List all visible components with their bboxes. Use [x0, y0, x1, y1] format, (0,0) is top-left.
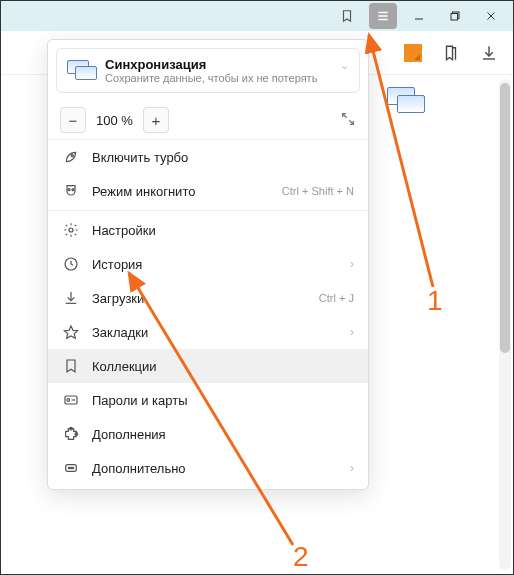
app-icon[interactable]	[403, 43, 423, 63]
menu-item-addons[interactable]: Дополнения	[48, 417, 368, 451]
shortcut-label: Ctrl + J	[319, 292, 354, 304]
menu-label: Режим инкогнито	[92, 184, 270, 199]
chevron-right-icon: ›	[350, 461, 354, 475]
menu-label: Дополнения	[92, 427, 354, 442]
svg-point-14	[72, 189, 74, 191]
svg-marker-19	[64, 326, 77, 338]
zoom-out-button[interactable]: −	[60, 107, 86, 133]
download-icon	[62, 289, 80, 307]
menu-item-more[interactable]: Дополнительно ›	[48, 451, 368, 485]
menu-label: Дополнительно	[92, 461, 338, 476]
menu-label: Настройки	[92, 223, 354, 238]
sync-subtitle: Сохраните данные, чтобы их не потерять	[105, 72, 317, 84]
svg-point-27	[70, 467, 71, 468]
menu-item-passwords[interactable]: Пароли и карты	[48, 383, 368, 417]
annotation-number-2: 2	[293, 541, 309, 573]
sync-icon	[67, 60, 95, 82]
zoom-value: 100 %	[86, 113, 143, 128]
rocket-icon	[62, 148, 80, 166]
menu-label: История	[92, 257, 338, 272]
menu-item-turbo[interactable]: Включить турбо	[48, 140, 368, 174]
maximize-button[interactable]	[441, 3, 469, 29]
svg-point-26	[68, 467, 69, 468]
window-titlebar	[1, 1, 513, 31]
flag-icon	[62, 357, 80, 375]
menu-item-downloads[interactable]: Загрузки Ctrl + J	[48, 281, 368, 315]
menu-label: Включить турбо	[92, 150, 354, 165]
menu-label: Коллекции	[92, 359, 354, 374]
annotation-number-1: 1	[427, 285, 443, 317]
svg-point-15	[69, 228, 73, 232]
close-button[interactable]	[477, 3, 505, 29]
sync-illustration-icon	[387, 87, 423, 115]
menu-label: Закладки	[92, 325, 338, 340]
menu-label: Пароли и карты	[92, 393, 354, 408]
star-icon	[62, 323, 80, 341]
scrollbar[interactable]	[499, 79, 511, 570]
menu-item-history[interactable]: История ›	[48, 247, 368, 281]
svg-rect-5	[451, 14, 458, 21]
scrollbar-thumb[interactable]	[500, 83, 510, 353]
sync-card[interactable]: Синхронизация Сохраните данные, чтобы их…	[56, 48, 360, 93]
chevron-down-icon: ⌄	[340, 59, 349, 72]
dots-icon	[62, 459, 80, 477]
svg-point-12	[71, 155, 73, 157]
menu-item-bookmarks[interactable]: Закладки ›	[48, 315, 368, 349]
menu-item-settings[interactable]: Настройки	[48, 213, 368, 247]
shortcut-label: Ctrl + Shift + N	[282, 185, 354, 197]
bookmark-icon[interactable]	[333, 3, 361, 29]
svg-point-21	[67, 399, 70, 402]
zoom-in-button[interactable]: +	[143, 107, 169, 133]
chevron-right-icon: ›	[350, 257, 354, 271]
sync-title: Синхронизация	[105, 57, 317, 72]
fullscreen-icon[interactable]	[340, 111, 356, 130]
menu-label: Загрузки	[92, 291, 307, 306]
menu-item-incognito[interactable]: Режим инкогнито Ctrl + Shift + N	[48, 174, 368, 208]
menu-item-collections[interactable]: Коллекции	[48, 349, 368, 383]
gear-icon	[62, 221, 80, 239]
incognito-icon	[62, 182, 80, 200]
collections-toolbar-icon[interactable]	[441, 43, 461, 63]
clock-icon	[62, 255, 80, 273]
hamburger-menu-button[interactable]	[369, 3, 397, 29]
puzzle-icon	[62, 425, 80, 443]
minimize-button[interactable]	[405, 3, 433, 29]
main-menu-dropdown: Синхронизация Сохраните данные, чтобы их…	[47, 39, 369, 490]
svg-point-28	[72, 467, 73, 468]
svg-point-13	[68, 189, 70, 191]
chevron-right-icon: ›	[350, 325, 354, 339]
zoom-controls: − 100 % +	[48, 101, 368, 140]
card-icon	[62, 391, 80, 409]
download-toolbar-icon[interactable]	[479, 43, 499, 63]
